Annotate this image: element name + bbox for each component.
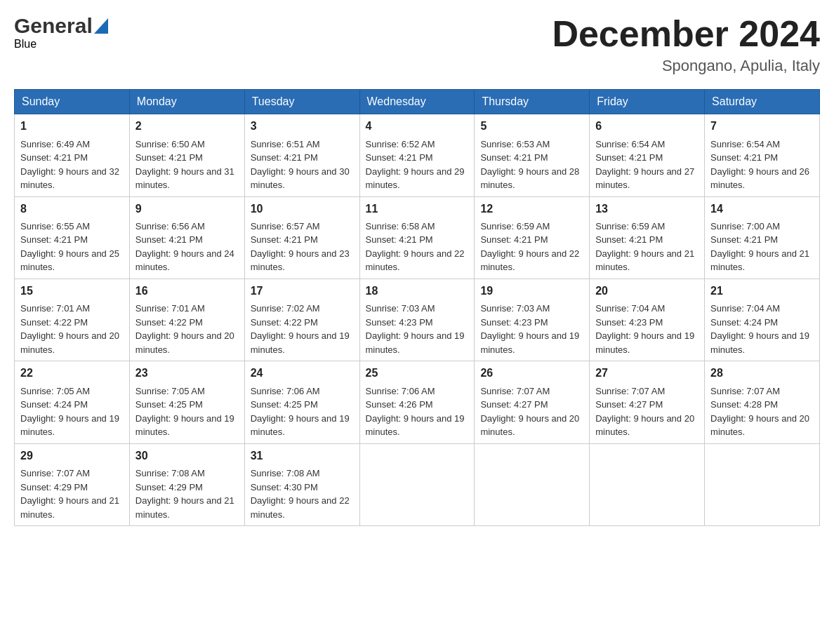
day-number: 2 xyxy=(135,119,239,134)
day-info: Sunrise: 7:06 AMSunset: 4:26 PMDaylight:… xyxy=(366,386,465,438)
day-info: Sunrise: 7:06 AMSunset: 4:25 PMDaylight:… xyxy=(251,386,350,438)
calendar-table: SundayMondayTuesdayWednesdayThursdayFrid… xyxy=(14,89,820,526)
day-number: 3 xyxy=(251,119,354,134)
weekday-header-wednesday: Wednesday xyxy=(359,90,475,114)
calendar-day-cell: 16Sunrise: 7:01 AMSunset: 4:22 PMDayligh… xyxy=(129,279,244,361)
day-number: 21 xyxy=(710,283,814,299)
day-number: 9 xyxy=(135,201,239,217)
logo-triangle-icon xyxy=(94,18,108,34)
day-info: Sunrise: 6:52 AMSunset: 4:21 PMDaylight:… xyxy=(366,139,465,191)
calendar-day-cell: 21Sunrise: 7:04 AMSunset: 4:24 PMDayligh… xyxy=(705,279,820,361)
calendar-day-cell: 19Sunrise: 7:03 AMSunset: 4:23 PMDayligh… xyxy=(475,279,590,361)
day-number: 12 xyxy=(480,201,583,217)
calendar-day-cell: 27Sunrise: 7:07 AMSunset: 4:27 PMDayligh… xyxy=(590,361,705,443)
day-number: 23 xyxy=(135,365,239,381)
day-number: 16 xyxy=(135,283,239,299)
day-number: 19 xyxy=(480,283,583,299)
calendar-day-cell: 29Sunrise: 7:07 AMSunset: 4:29 PMDayligh… xyxy=(15,443,130,525)
calendar-day-cell: 15Sunrise: 7:01 AMSunset: 4:22 PMDayligh… xyxy=(15,279,130,361)
day-info: Sunrise: 7:01 AMSunset: 4:22 PMDaylight:… xyxy=(135,303,234,355)
day-number: 10 xyxy=(251,201,354,217)
day-number: 22 xyxy=(20,365,124,381)
calendar-day-cell: 17Sunrise: 7:02 AMSunset: 4:22 PMDayligh… xyxy=(244,279,359,361)
svg-marker-0 xyxy=(94,18,108,34)
calendar-week-row: 8Sunrise: 6:55 AMSunset: 4:21 PMDaylight… xyxy=(15,196,820,279)
calendar-day-cell: 25Sunrise: 7:06 AMSunset: 4:26 PMDayligh… xyxy=(359,361,475,443)
weekday-header-sunday: Sunday xyxy=(15,90,130,114)
calendar-day-cell: 20Sunrise: 7:04 AMSunset: 4:23 PMDayligh… xyxy=(590,279,705,361)
day-number: 26 xyxy=(480,365,583,381)
day-number: 17 xyxy=(251,283,354,299)
calendar-day-cell: 30Sunrise: 7:08 AMSunset: 4:29 PMDayligh… xyxy=(129,443,244,525)
calendar-week-row: 15Sunrise: 7:01 AMSunset: 4:22 PMDayligh… xyxy=(15,279,820,361)
weekday-header-row: SundayMondayTuesdayWednesdayThursdayFrid… xyxy=(15,90,820,114)
calendar-day-cell: 4Sunrise: 6:52 AMSunset: 4:21 PMDaylight… xyxy=(359,114,475,196)
day-info: Sunrise: 6:53 AMSunset: 4:21 PMDaylight:… xyxy=(480,139,579,191)
calendar-day-cell: 6Sunrise: 6:54 AMSunset: 4:21 PMDaylight… xyxy=(590,114,705,196)
calendar-day-cell: 3Sunrise: 6:51 AMSunset: 4:21 PMDaylight… xyxy=(244,114,359,196)
calendar-day-cell: 24Sunrise: 7:06 AMSunset: 4:25 PMDayligh… xyxy=(244,361,359,443)
calendar-day-cell: 11Sunrise: 6:58 AMSunset: 4:21 PMDayligh… xyxy=(359,196,475,279)
calendar-week-row: 29Sunrise: 7:07 AMSunset: 4:29 PMDayligh… xyxy=(15,443,820,525)
day-number: 31 xyxy=(251,448,354,464)
logo-blue-text: Blue xyxy=(14,38,37,50)
day-info: Sunrise: 7:01 AMSunset: 4:22 PMDaylight:… xyxy=(20,303,119,355)
day-number: 14 xyxy=(710,201,814,217)
day-info: Sunrise: 7:05 AMSunset: 4:25 PMDaylight:… xyxy=(135,386,234,438)
calendar-day-cell: 7Sunrise: 6:54 AMSunset: 4:21 PMDaylight… xyxy=(705,114,820,196)
day-info: Sunrise: 7:07 AMSunset: 4:28 PMDaylight:… xyxy=(710,386,809,438)
calendar-day-cell: 31Sunrise: 7:08 AMSunset: 4:30 PMDayligh… xyxy=(244,443,359,525)
calendar-day-cell: 10Sunrise: 6:57 AMSunset: 4:21 PMDayligh… xyxy=(244,196,359,279)
day-number: 1 xyxy=(20,119,124,134)
day-info: Sunrise: 7:07 AMSunset: 4:27 PMDaylight:… xyxy=(480,386,579,438)
day-number: 13 xyxy=(595,201,699,217)
day-info: Sunrise: 6:50 AMSunset: 4:21 PMDaylight:… xyxy=(135,139,234,191)
day-number: 18 xyxy=(366,283,469,299)
weekday-header-saturday: Saturday xyxy=(705,90,820,114)
calendar-day-cell: 28Sunrise: 7:07 AMSunset: 4:28 PMDayligh… xyxy=(705,361,820,443)
day-info: Sunrise: 6:49 AMSunset: 4:21 PMDaylight:… xyxy=(20,139,119,191)
day-number: 29 xyxy=(20,448,124,464)
day-number: 8 xyxy=(20,201,124,217)
day-number: 27 xyxy=(595,365,699,381)
day-info: Sunrise: 7:07 AMSunset: 4:27 PMDaylight:… xyxy=(595,386,694,438)
calendar-day-cell: 8Sunrise: 6:55 AMSunset: 4:21 PMDaylight… xyxy=(15,196,130,279)
day-info: Sunrise: 6:51 AMSunset: 4:21 PMDaylight:… xyxy=(251,139,350,191)
day-number: 25 xyxy=(366,365,469,381)
calendar-day-cell: 5Sunrise: 6:53 AMSunset: 4:21 PMDaylight… xyxy=(475,114,590,196)
day-number: 7 xyxy=(710,119,814,134)
day-info: Sunrise: 7:04 AMSunset: 4:24 PMDaylight:… xyxy=(710,303,809,355)
calendar-day-cell: 9Sunrise: 6:56 AMSunset: 4:21 PMDaylight… xyxy=(129,196,244,279)
month-title: December 2024 xyxy=(552,14,820,54)
day-number: 20 xyxy=(595,283,699,299)
calendar-day-cell: 18Sunrise: 7:03 AMSunset: 4:23 PMDayligh… xyxy=(359,279,475,361)
day-number: 28 xyxy=(710,365,814,381)
calendar-day-cell: 12Sunrise: 6:59 AMSunset: 4:21 PMDayligh… xyxy=(475,196,590,279)
weekday-header-thursday: Thursday xyxy=(475,90,590,114)
calendar-day-cell: 2Sunrise: 6:50 AMSunset: 4:21 PMDaylight… xyxy=(129,114,244,196)
calendar-day-cell: 14Sunrise: 7:00 AMSunset: 4:21 PMDayligh… xyxy=(705,196,820,279)
weekday-header-friday: Friday xyxy=(590,90,705,114)
day-info: Sunrise: 7:05 AMSunset: 4:24 PMDaylight:… xyxy=(20,386,119,438)
location-subtitle: Spongano, Apulia, Italy xyxy=(552,57,820,75)
day-number: 6 xyxy=(595,119,699,134)
calendar-week-row: 1Sunrise: 6:49 AMSunset: 4:21 PMDaylight… xyxy=(15,114,820,196)
logo: General Blue xyxy=(14,14,108,51)
weekday-header-tuesday: Tuesday xyxy=(244,90,359,114)
day-info: Sunrise: 6:54 AMSunset: 4:21 PMDaylight:… xyxy=(710,139,809,191)
calendar-week-row: 22Sunrise: 7:05 AMSunset: 4:24 PMDayligh… xyxy=(15,361,820,443)
day-info: Sunrise: 7:00 AMSunset: 4:21 PMDaylight:… xyxy=(710,221,809,273)
calendar-day-cell xyxy=(590,443,705,525)
calendar-day-cell xyxy=(475,443,590,525)
day-number: 4 xyxy=(366,119,469,134)
day-info: Sunrise: 7:02 AMSunset: 4:22 PMDaylight:… xyxy=(251,303,350,355)
day-number: 30 xyxy=(135,448,239,464)
day-info: Sunrise: 7:08 AMSunset: 4:30 PMDaylight:… xyxy=(251,468,350,520)
day-info: Sunrise: 7:04 AMSunset: 4:23 PMDaylight:… xyxy=(595,303,694,355)
calendar-day-cell: 13Sunrise: 6:59 AMSunset: 4:21 PMDayligh… xyxy=(590,196,705,279)
calendar-day-cell: 23Sunrise: 7:05 AMSunset: 4:25 PMDayligh… xyxy=(129,361,244,443)
day-info: Sunrise: 7:08 AMSunset: 4:29 PMDaylight:… xyxy=(135,468,234,520)
day-info: Sunrise: 6:58 AMSunset: 4:21 PMDaylight:… xyxy=(366,221,465,273)
day-info: Sunrise: 6:59 AMSunset: 4:21 PMDaylight:… xyxy=(595,221,694,273)
day-info: Sunrise: 7:03 AMSunset: 4:23 PMDaylight:… xyxy=(480,303,579,355)
